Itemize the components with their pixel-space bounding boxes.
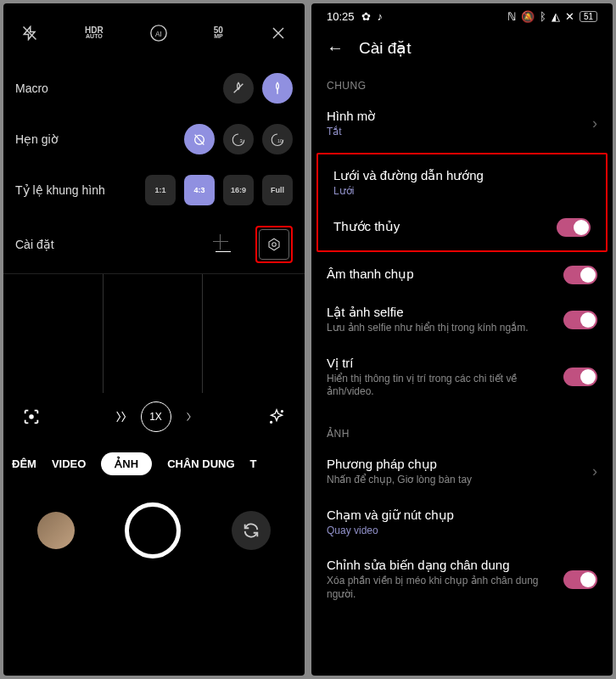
location-sub: Hiển thị thông tin vị trí trong các chi … (327, 373, 553, 399)
distort-sub: Xóa phần viền bị méo khi chụp ảnh chân d… (327, 575, 553, 601)
grid-title: Lưới và đường dẫn hướng (333, 168, 591, 183)
svg-text:3: 3 (240, 138, 244, 143)
hdr-sub-label: AUTO (85, 34, 104, 39)
crosshair-icon (213, 229, 244, 260)
app-status-icon: ♪ (378, 10, 384, 23)
gallery-thumbnail[interactable] (37, 512, 75, 549)
ratio-4-3-button[interactable]: 4:3 (184, 175, 215, 205)
timer-off-button[interactable] (184, 124, 215, 154)
setting-sound[interactable]: Âm thanh chụp (311, 255, 613, 295)
settings-gear-button[interactable] (259, 229, 289, 260)
setting-distortion[interactable]: Chỉnh sửa biến dạng chân dung Xóa phần v… (311, 547, 613, 611)
camera-modes[interactable]: ĐÊM VIDEO ẢNH CHÂN DUNG T (3, 441, 305, 487)
shutter-button[interactable] (125, 502, 181, 558)
settings-header: ← Cài đặt (311, 26, 613, 73)
setting-selfie[interactable]: Lật ảnh selfie Lưu ảnh selfie như hiển t… (311, 295, 613, 345)
chevron-right-icon: › (592, 463, 597, 480)
ai-button[interactable]: AI (144, 19, 173, 48)
watermark-sub: Tắt (327, 126, 582, 139)
mode-video[interactable]: VIDEO (52, 457, 86, 470)
ratio-full-button[interactable]: Full (262, 175, 293, 205)
section-general-label: CHUNG (311, 73, 613, 98)
zoom-bar: 1X (3, 393, 305, 441)
bluetooth-icon: ᛒ (540, 10, 546, 23)
aspect-ratio-row: Tỷ lệ khung hình 1:1 4:3 16:9 Full (3, 165, 305, 216)
timer-row: Hẹn giờ 3 10 (3, 114, 305, 165)
mode-night[interactable]: ĐÊM (12, 457, 36, 470)
settings-title: Cài đặt (359, 38, 412, 58)
status-icons: ℕ 🔕 ᛒ ◭ ✕ 51 (507, 10, 597, 23)
settings-highlight (255, 226, 293, 263)
svg-text:AI: AI (155, 31, 162, 38)
camera-app-screen: HDR AUTO AI 50 MP Macro Hẹn giờ (3, 3, 305, 676)
mp-sub-label: MP (214, 34, 223, 39)
distort-toggle[interactable] (563, 570, 597, 589)
selfie-toggle[interactable] (563, 311, 597, 329)
chevron-right-icon: › (592, 115, 597, 132)
signal-icon: ✕ (565, 10, 574, 23)
svg-point-12 (30, 415, 33, 418)
level-toggle[interactable] (557, 218, 591, 237)
selfie-title: Lật ảnh selfie (327, 305, 553, 320)
shutter-row (3, 487, 305, 584)
macro-off-button[interactable] (223, 73, 254, 104)
focus-icon[interactable] (22, 407, 41, 426)
svg-point-11 (272, 243, 277, 247)
timer-label: Hẹn giờ (15, 132, 59, 146)
status-time: 10:25 (327, 10, 355, 23)
method-sub: Nhấn để chụp, Giơ lòng bàn tay (327, 474, 582, 487)
close-icon[interactable] (264, 19, 293, 48)
filters-icon[interactable] (267, 407, 286, 426)
macro-on-button[interactable] (262, 73, 293, 104)
setting-watermark[interactable]: Hình mờ Tắt › (311, 98, 613, 149)
zoom-1x-button[interactable]: 1X (141, 401, 171, 432)
settings-row: Cài đặt (3, 216, 305, 274)
location-toggle[interactable] (563, 368, 597, 386)
ratio-1-1-button[interactable]: 1:1 (145, 175, 176, 205)
mode-portrait[interactable]: CHÂN DUNG (167, 457, 234, 470)
svg-text:10: 10 (277, 138, 283, 143)
megapixel-button[interactable]: 50 MP (214, 26, 223, 39)
battery-indicator: 51 (580, 11, 597, 22)
setting-method[interactable]: Phương pháp chụp Nhấn để chụp, Giơ lòng … (311, 446, 613, 497)
settings-screen: 10:25 ✿ ♪ ℕ 🔕 ᛒ ◭ ✕ 51 ← Cài đặt CHUNG H… (311, 3, 613, 676)
switch-camera-button[interactable] (232, 511, 271, 550)
method-title: Phương pháp chụp (327, 457, 582, 472)
grid-level-highlight: Lưới và đường dẫn hướng Lưới Thước thủy (316, 153, 608, 253)
timer-10s-button[interactable]: 10 (262, 124, 293, 154)
camera-top-bar: HDR AUTO AI 50 MP (3, 3, 305, 63)
settings-label: Cài đặt (15, 238, 54, 251)
zoom-controls: 1X (114, 401, 195, 432)
hdr-auto-button[interactable]: HDR AUTO (85, 26, 104, 39)
mode-photo[interactable]: ẢNH (101, 452, 152, 475)
ratio-label: Tỷ lệ khung hình (15, 183, 105, 197)
mode-more[interactable]: T (250, 457, 257, 470)
setting-level[interactable]: Thước thủy (318, 208, 606, 247)
location-title: Vị trí (327, 356, 553, 371)
hold-sub: Quay video (327, 525, 597, 538)
setting-hold[interactable]: Chạm và giữ nút chụp Quay video (311, 497, 613, 548)
watermark-title: Hình mờ (327, 109, 582, 124)
svg-point-13 (282, 411, 283, 412)
zoom-tele-icon[interactable] (183, 409, 195, 424)
level-title: Thước thủy (333, 219, 546, 234)
zoom-wide-icon[interactable] (114, 409, 129, 424)
timer-3s-button[interactable]: 3 (223, 124, 254, 154)
section-photo-label: ẢNH (311, 421, 613, 446)
sound-title: Âm thanh chụp (327, 267, 553, 282)
nfc-icon: ℕ (507, 10, 516, 23)
dnd-icon: 🔕 (521, 10, 535, 23)
distort-title: Chỉnh sửa biến dạng chân dung (327, 558, 553, 573)
setting-location[interactable]: Vị trí Hiển thị thông tin vị trí trong c… (311, 345, 613, 409)
grid-sub: Lưới (333, 185, 591, 199)
settings-status-icon: ✿ (361, 10, 371, 23)
setting-grid[interactable]: Lưới và đường dẫn hướng Lưới (318, 158, 606, 209)
sound-toggle[interactable] (563, 266, 597, 284)
back-arrow-icon[interactable]: ← (327, 38, 344, 58)
flash-off-icon[interactable] (15, 19, 44, 48)
status-bar: 10:25 ✿ ♪ ℕ 🔕 ᛒ ◭ ✕ 51 (311, 3, 613, 26)
macro-row: Macro (3, 63, 305, 114)
ratio-16-9-button[interactable]: 16:9 (223, 175, 254, 205)
svg-point-14 (271, 422, 272, 424)
hold-title: Chạm và giữ nút chụp (327, 508, 597, 523)
